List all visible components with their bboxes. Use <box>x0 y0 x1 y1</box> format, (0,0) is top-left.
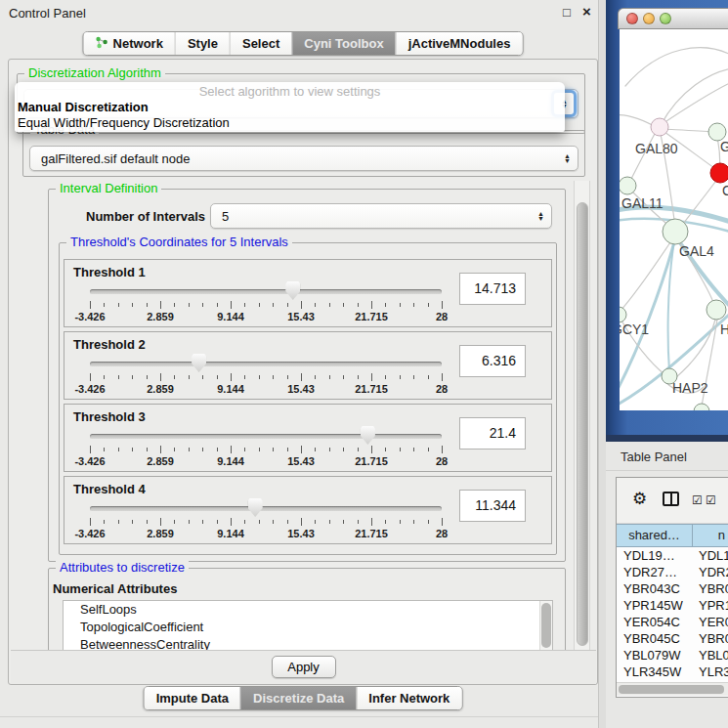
tick-mark <box>343 448 344 451</box>
slider-thumb[interactable] <box>192 354 206 372</box>
close-icon[interactable]: × <box>582 3 591 20</box>
network-node-green[interactable] <box>694 404 709 410</box>
scrollbar-thumb[interactable] <box>577 202 588 646</box>
network-node-green[interactable] <box>620 177 636 194</box>
table-row[interactable]: YBR045CYBR0 <box>617 630 728 647</box>
tick-mark <box>189 375 190 379</box>
scale-label: 2.859 <box>147 455 174 467</box>
table-row[interactable]: YDL19…YDL1 <box>617 547 728 564</box>
slider-scale-labels: -3.4262.8599.14415.4321.71528 <box>90 311 442 323</box>
node-label: GAL11 <box>621 195 664 211</box>
tick-mark <box>259 448 260 451</box>
slider-track[interactable] <box>90 506 442 511</box>
bottom-tab-discretize-data[interactable]: Discretize Data <box>240 687 356 709</box>
network-canvas[interactable]: GAL80GCGAL11GAL4GCY1HHAP2 <box>620 29 728 410</box>
network-node-green[interactable] <box>707 300 726 320</box>
tab-network[interactable]: Network <box>84 32 175 55</box>
slider-track[interactable] <box>90 362 442 366</box>
float-window-icon[interactable]: □ <box>563 5 571 20</box>
number-of-intervals-value: 5 <box>222 209 229 224</box>
threshold-value-field[interactable]: 14.713 <box>459 273 526 305</box>
zoom-traffic-light-icon[interactable] <box>660 13 671 24</box>
group-title: Interval Definition <box>56 182 161 195</box>
table-row[interactable]: YBR043CYBR0 <box>617 580 728 597</box>
tick-mark <box>217 375 218 379</box>
slider-track[interactable] <box>90 289 442 294</box>
threshold-value-field[interactable]: 11.344 <box>459 490 526 522</box>
scale-label: 28 <box>436 311 448 322</box>
table-row[interactable]: YPR145WYPR1 <box>617 597 728 614</box>
slider-thumb[interactable] <box>248 498 263 517</box>
tick-mark <box>90 373 91 381</box>
tick-mark <box>301 446 302 453</box>
panel-title: Control Panel <box>9 6 86 21</box>
slider-track[interactable] <box>90 434 442 439</box>
list-item[interactable]: SelfLoops <box>64 601 552 619</box>
algorithm-dropdown-popup: Select algorithm to view settings Manual… <box>15 82 565 132</box>
tick-mark <box>147 303 148 307</box>
columns-icon[interactable] <box>663 492 679 506</box>
desktop-background: GAL80GCGAL11GAL4GCY1HHAP2 <box>606 0 728 442</box>
apply-row: Apply <box>11 650 596 684</box>
tab-cyni-toolbox[interactable]: Cyni Toolbox <box>291 32 395 55</box>
threshold-value-field[interactable]: 21.4 <box>459 417 526 450</box>
tick-mark <box>287 303 288 307</box>
table-horizontal-scrollbar[interactable] <box>617 682 728 696</box>
network-node-pink[interactable] <box>651 118 668 136</box>
column-header-name[interactable]: n <box>693 524 728 547</box>
network-node-green[interactable] <box>663 219 688 244</box>
checkbox-icon[interactable]: ☑ <box>706 493 716 507</box>
slider-thumb[interactable] <box>285 281 300 300</box>
scale-label: 15.43 <box>287 311 315 322</box>
network-node-green[interactable] <box>620 307 626 322</box>
tick-mark <box>442 301 443 309</box>
dropdown-option-manual-discretization[interactable]: Manual Discretization <box>15 100 565 115</box>
table-row[interactable]: YDR27…YDR2 <box>617 564 728 580</box>
checkbox-icon[interactable]: ☑ <box>692 493 703 507</box>
table-panel-title: Table Panel <box>621 450 687 464</box>
numerical-attributes-label: Numerical Attributes <box>53 581 177 596</box>
network-view-window: GAL80GCGAL11GAL4GCY1HHAP2 <box>618 8 728 410</box>
cyni-toolbox-panel: Discretization Algorithm ▲▼ Select algor… <box>8 59 598 685</box>
slider-scale-labels: -3.4262.8599.14415.4321.71528 <box>90 455 442 468</box>
table-data-combobox[interactable]: galFiltered.sif default node ▲▼ <box>29 146 578 171</box>
scrollbar-thumb[interactable] <box>541 603 551 648</box>
table-row[interactable]: YBL079WYBL0 <box>617 647 728 664</box>
numerical-attributes-list[interactable]: SelfLoopsTopologicalCoefficientBetweenne… <box>63 600 553 652</box>
number-of-intervals-combobox[interactable]: 5 ▲▼ <box>210 203 552 229</box>
table-row[interactable]: YLR345WYLR3 <box>617 664 728 680</box>
tab-jactivemnodules[interactable]: jActiveMNodules <box>396 32 523 55</box>
bottom-tab-impute-data[interactable]: Impute Data <box>145 687 240 709</box>
bottom-tab-infer-network[interactable]: Infer Network <box>356 687 461 709</box>
minimize-traffic-light-icon[interactable] <box>643 13 655 24</box>
list-item[interactable]: TopologicalCoefficient <box>64 619 552 636</box>
close-traffic-light-icon[interactable] <box>626 13 638 24</box>
tab-label: jActiveMNodules <box>408 36 511 51</box>
apply-button[interactable]: Apply <box>272 656 336 678</box>
cell-shared-name: YPR145W <box>617 597 693 614</box>
tick-mark <box>385 520 386 524</box>
tick-mark <box>385 303 386 307</box>
tab-select[interactable]: Select <box>230 32 291 55</box>
tab-style[interactable]: Style <box>175 32 230 55</box>
tick-mark <box>132 448 133 451</box>
threshold-label: Threshold 4 <box>73 482 146 496</box>
slider-thumb[interactable] <box>361 426 375 445</box>
scrollbar-thumb[interactable] <box>619 685 724 694</box>
tab-label: Cyni Toolbox <box>304 36 383 51</box>
attributes-scrollbar[interactable] <box>539 601 552 652</box>
threshold-value-field[interactable]: 6.316 <box>459 345 526 377</box>
gear-icon[interactable]: ⚙ <box>632 489 647 509</box>
panel-vertical-scrollbar[interactable] <box>574 181 590 652</box>
network-node-red[interactable] <box>710 163 728 183</box>
scale-label: -3.426 <box>74 455 105 467</box>
tick-mark <box>231 446 232 453</box>
tick-mark <box>217 448 218 451</box>
tick-mark <box>231 301 232 309</box>
column-header-shared-name[interactable]: shared… <box>617 524 693 547</box>
tick-mark <box>400 448 401 451</box>
scale-label: 28 <box>436 383 448 395</box>
tick-mark <box>90 301 91 309</box>
dropdown-option-equal-width-frequency[interactable]: Equal Width/Frequency Discretization <box>15 115 565 131</box>
table-row[interactable]: YER054CYER0 <box>617 614 728 630</box>
